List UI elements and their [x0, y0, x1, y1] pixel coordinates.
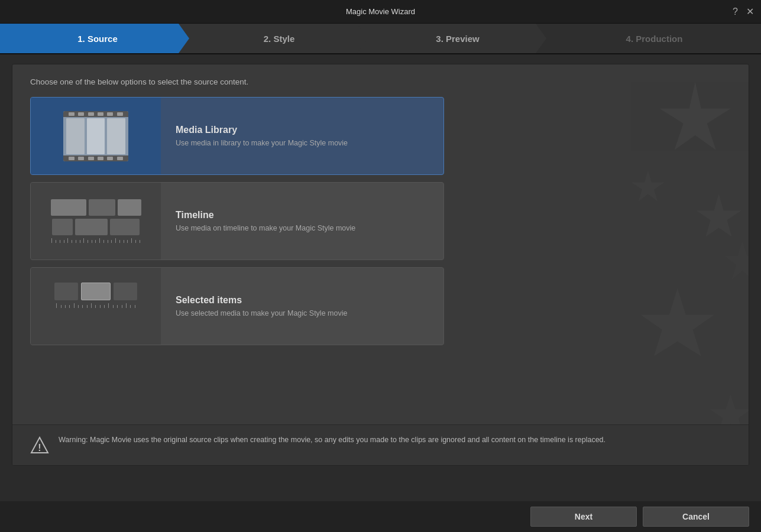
media-library-title: Media Library	[176, 125, 348, 135]
option-media-library[interactable]: Media Library Use media in library to ma…	[30, 97, 444, 175]
cancel-button[interactable]: Cancel	[643, 507, 749, 527]
svg-marker-3	[632, 170, 665, 201]
film-strip-icon	[63, 111, 128, 161]
warning-box: ! Warning: Magic Movie uses the original…	[12, 424, 749, 465]
timeline-info: Timeline Use media on timeline to make y…	[161, 198, 370, 244]
timeline-desc: Use media on timeline to make your Magic…	[176, 224, 355, 232]
option-selected-items[interactable]: Selected items Use selected media to mak…	[30, 267, 444, 345]
svg-marker-2	[641, 288, 714, 356]
selected-items-desc: Use selected media to make your Magic St…	[176, 309, 347, 317]
svg-text:!: !	[38, 443, 41, 453]
media-library-info: Media Library Use media in library to ma…	[161, 113, 362, 159]
timeline-title: Timeline	[176, 210, 355, 220]
window-title: Magic Movie Wizard	[346, 7, 415, 16]
title-bar: Magic Movie Wizard ? ✕	[0, 0, 761, 24]
next-button[interactable]: Next	[530, 507, 637, 527]
media-library-thumb	[31, 98, 161, 174]
step-preview[interactable]: 3. Preview	[357, 24, 546, 53]
decorative-stars	[512, 64, 749, 465]
content-area: Choose one of the below options to selec…	[12, 64, 749, 466]
warning-text: Warning: Magic Movie uses the original s…	[59, 434, 605, 446]
svg-marker-1	[697, 194, 741, 236]
option-timeline[interactable]: Timeline Use media on timeline to make y…	[30, 182, 444, 260]
close-button[interactable]: ✕	[746, 7, 754, 17]
media-library-desc: Use media in library to make your Magic …	[176, 139, 348, 147]
step-source[interactable]: 1. Source	[0, 24, 189, 53]
selected-items-title: Selected items	[176, 295, 347, 306]
warning-icon: !	[30, 436, 49, 455]
svg-marker-0	[660, 82, 731, 150]
selected-items-thumb	[31, 268, 161, 345]
svg-marker-5	[725, 241, 749, 280]
selected-items-icon	[48, 283, 143, 330]
step-production: 4. Production	[536, 24, 761, 53]
step-style[interactable]: 2. Style	[179, 24, 368, 53]
footer: Next Cancel	[0, 501, 761, 532]
timeline-icon	[48, 199, 143, 244]
help-button[interactable]: ?	[733, 7, 738, 17]
title-bar-controls: ? ✕	[733, 0, 754, 23]
timeline-thumb	[31, 183, 161, 259]
steps-bar: 1. Source 2. Style 3. Preview 4. Product…	[0, 24, 761, 54]
selected-items-info: Selected items Use selected media to mak…	[161, 283, 362, 329]
